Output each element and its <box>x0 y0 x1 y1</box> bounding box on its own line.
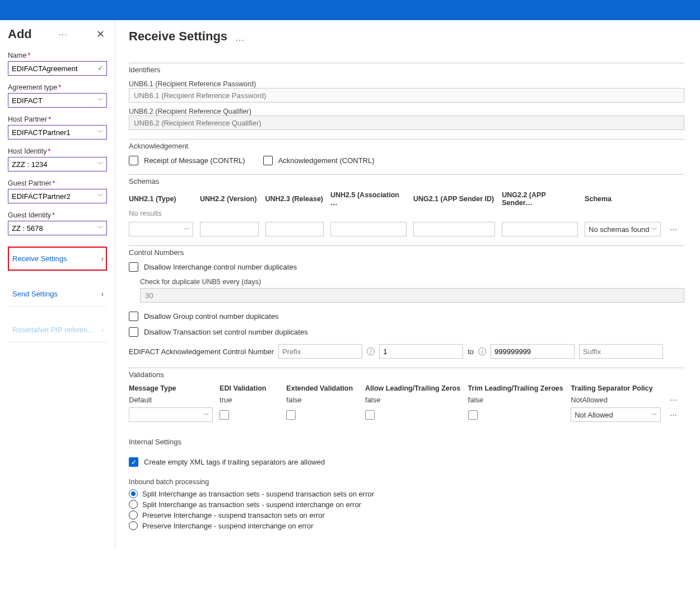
identifiers-title: Identifiers <box>129 66 684 74</box>
name-label: Name* <box>8 52 107 59</box>
add-title: Add <box>8 27 32 41</box>
info-icon[interactable]: i <box>367 347 375 355</box>
msgtype-select[interactable] <box>129 407 213 422</box>
from-input[interactable] <box>379 344 463 359</box>
create-empty-checkbox[interactable]: Create empty XML tags if trailing separa… <box>129 457 325 467</box>
check-days-input <box>140 288 684 303</box>
val-allow: false <box>365 396 461 404</box>
host-partner-label: Host Partner* <box>8 115 107 123</box>
allow-checkbox[interactable] <box>365 410 375 420</box>
top-command-bar <box>0 0 700 20</box>
batch-opt-1[interactable]: Split Interchange as transaction sets - … <box>129 500 684 509</box>
receipt-checkbox[interactable]: Receipt of Message (CONTRL) <box>129 156 245 165</box>
validations-section: Validations Message Type EDI Validation … <box>129 368 684 422</box>
disallow-group-checkbox[interactable]: Disallow Group control number duplicates <box>129 312 279 321</box>
unb61-label: UNB6.1 (Recipient Reference Password) <box>129 80 256 88</box>
radio-on-icon <box>129 489 138 498</box>
ack-title: Acknowledgement <box>129 142 684 150</box>
validations-title: Validations <box>129 370 684 379</box>
guest-partner-label: Guest Partner* <box>8 179 107 187</box>
agreement-type-select[interactable] <box>8 93 107 108</box>
checkbox-icon <box>263 156 273 165</box>
trim-checkbox[interactable] <box>468 410 478 420</box>
checkbox-icon <box>129 156 138 165</box>
unh23-input[interactable] <box>265 222 324 236</box>
close-icon[interactable]: ✕ <box>94 27 107 41</box>
col-trim: Trim Leading/Trailing Zeroes <box>468 384 564 392</box>
col-schema: Schema <box>585 195 661 203</box>
row-more-icon[interactable]: ⋯ <box>668 411 684 419</box>
guest-partner-select[interactable] <box>8 189 107 203</box>
nav-send-label: Send Settings <box>12 290 58 298</box>
more-icon[interactable]: ⋯ <box>56 29 69 40</box>
info-icon[interactable]: i <box>478 347 486 355</box>
unh22-input[interactable] <box>200 222 259 236</box>
suffix-input[interactable] <box>579 344 663 359</box>
col-policy: Trailing Separator Policy <box>571 384 661 392</box>
nav-rosettanet[interactable]: RosettaNet PIP referen… › <box>8 318 107 342</box>
batch-label: Inbound batch processing <box>129 478 684 486</box>
page-title: Receive Settings <box>129 29 227 44</box>
ext-checkbox[interactable] <box>286 410 296 420</box>
prefix-input[interactable] <box>278 344 362 359</box>
unb61-input[interactable] <box>129 88 684 103</box>
to-input[interactable] <box>491 344 575 359</box>
ung21-input[interactable] <box>413 222 495 236</box>
radio-off-icon <box>129 521 138 530</box>
add-blade: Add ⋯ ✕ Name* ✓ Agreement type* ﹀ Host P… <box>0 20 115 549</box>
schemas-title: Schemas <box>129 177 684 185</box>
col-ung22: UNG2.2 (APP Sender… <box>502 191 578 207</box>
val-edi: true <box>220 396 279 404</box>
radio-off-icon <box>129 500 138 509</box>
chevron-right-icon: › <box>101 326 104 334</box>
row-more-icon[interactable]: ⋯ <box>668 396 684 404</box>
col-unh21: UNH2.1 (Type) <box>129 195 193 203</box>
no-results: No results <box>129 209 684 217</box>
name-input[interactable] <box>8 61 107 76</box>
nav-rosettanet-label: RosettaNet PIP referen… <box>12 326 95 334</box>
chevron-right-icon: › <box>101 290 104 298</box>
host-partner-select[interactable] <box>8 125 107 140</box>
col-msgtype: Message Type <box>129 384 213 392</box>
row-more-icon[interactable]: ⋯ <box>668 225 684 234</box>
schema-select[interactable] <box>585 222 661 236</box>
host-identity-label: Host Identity* <box>8 147 107 155</box>
edi-checkbox[interactable] <box>220 410 229 420</box>
batch-opt-0[interactable]: Split Interchange as transaction sets - … <box>129 489 684 498</box>
control-title: Control Numbers <box>129 248 684 257</box>
batch-opt-2[interactable]: Preserve Interchange - suspend transacto… <box>129 511 684 519</box>
ack-section: Acknowledgement Receipt of Message (CONT… <box>129 139 684 165</box>
disallow-tx-checkbox[interactable]: Disallow Transaction set control number … <box>129 327 308 337</box>
col-allow: Allow Leading/Trailing Zeros <box>365 384 461 392</box>
checkbox-icon <box>129 327 138 337</box>
policy-select[interactable] <box>571 407 661 422</box>
internal-title: Internal Settings <box>129 438 684 446</box>
batch-opt-3[interactable]: Preserve Interchange - suspend interchan… <box>129 521 684 530</box>
guest-identity-select[interactable] <box>8 221 107 235</box>
agreement-type-label: Agreement type* <box>8 83 107 91</box>
nav-send-settings[interactable]: Send Settings › <box>8 282 107 307</box>
checkbox-checked-icon <box>129 457 138 467</box>
val-trim: false <box>468 396 564 404</box>
radio-off-icon <box>129 511 138 519</box>
ung22-input[interactable] <box>502 222 578 236</box>
to-label: to <box>468 347 474 356</box>
chevron-right-icon: › <box>101 254 104 263</box>
col-ext: Extended Validation <box>286 384 358 392</box>
guest-identity-label: Guest Identity* <box>8 211 107 219</box>
check-days-label: Check for duplicate UNB5 every (days) <box>140 278 684 286</box>
nav-receive-settings[interactable]: Receive Settings › <box>8 247 107 271</box>
more-icon[interactable]: ⋯ <box>233 35 246 45</box>
ack-checkbox[interactable]: Acknowledgement (CONTRL) <box>263 156 375 165</box>
unh25-input[interactable] <box>330 222 407 236</box>
receive-settings-blade: Receive Settings ⋯ Identifiers UNB6.1 (R… <box>115 20 700 549</box>
ack-ctrl-label: EDIFACT Acknowledgement Control Number <box>129 347 274 356</box>
val-type: Default <box>129 396 213 404</box>
disallow-interchange-checkbox[interactable]: Disallow Interchange control number dupl… <box>129 262 297 272</box>
checkbox-icon <box>129 262 138 272</box>
val-policy: NotAllowed <box>571 396 661 404</box>
col-unh22: UNH2.2 (Version) <box>200 195 259 203</box>
host-identity-select[interactable] <box>8 157 107 171</box>
unb62-input <box>129 115 684 130</box>
unh21-select[interactable] <box>129 222 193 236</box>
